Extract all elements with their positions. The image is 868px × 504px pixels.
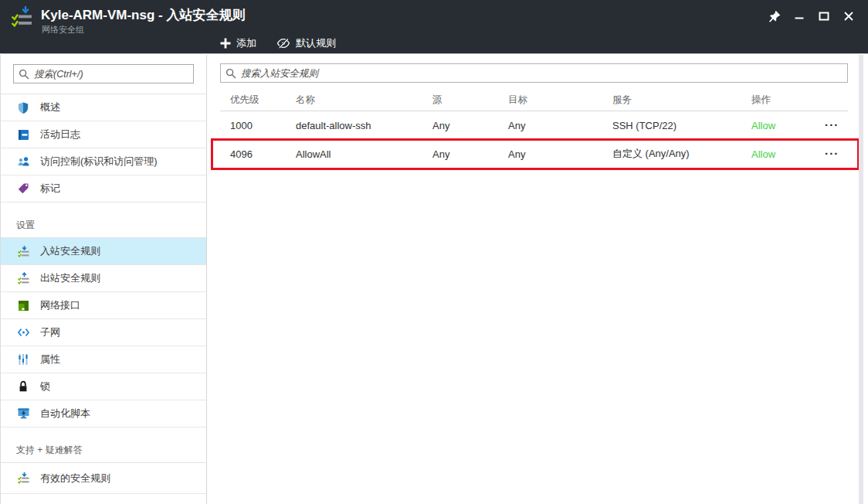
sidebar-item-label: 访问控制(标识和访问管理) (40, 155, 158, 169)
sidebar-item-inbound-rules[interactable]: 入站安全规则 (1, 238, 206, 265)
sidebar-item-label: 子网 (40, 325, 60, 339)
sidebar-search (13, 64, 194, 83)
sidebar-item-overview[interactable]: 概述 (1, 94, 206, 121)
rules-search-input[interactable] (241, 64, 846, 82)
col-header-priority: 优先级 (230, 94, 296, 107)
nic-icon (16, 299, 30, 312)
cell-service: SSH (TCP/22) (612, 120, 751, 131)
maximize-icon[interactable] (815, 8, 832, 25)
cell-name: AllowAll (296, 148, 432, 160)
sidebar-item-label: 自动化脚本 (40, 407, 90, 421)
sidebar-item-network-interfaces[interactable]: 网络接口 (1, 292, 206, 319)
nav-group-label: 设置 (1, 203, 206, 237)
cell-priority: 1000 (230, 120, 296, 131)
cell-name: default-allow-ssh (296, 120, 432, 131)
sidebar-item-label: 活动日志 (40, 128, 80, 141)
cell-destination: Any (508, 120, 612, 131)
rules-table: 优先级 名称 源 目标 服务 操作 1000 default-allow-ssh… (220, 89, 848, 169)
sidebar-item-label: 入站安全规则 (40, 244, 100, 258)
table-header-row: 优先级 名称 源 目标 服务 操作 (220, 89, 848, 111)
sidebar-item-automation-script[interactable]: 自动化脚本 (1, 400, 206, 427)
minimize-icon[interactable] (791, 8, 808, 25)
command-bar: 添加 默认规则 (220, 32, 336, 54)
plus-icon (220, 38, 231, 49)
default-rules-button[interactable]: 默认规则 (276, 36, 336, 50)
azure-nsg-blade-window: Kyle-ARM-VM-nsg - 入站安全规则 网络安全组 (0, 0, 868, 504)
cell-destination: Any (508, 148, 612, 160)
page-title: Kyle-ARM-VM-nsg - 入站安全规则 (41, 6, 245, 24)
sidebar-item-label: 网络接口 (40, 298, 80, 312)
rules-search (220, 63, 848, 83)
vertical-scrollbar[interactable] (859, 55, 863, 504)
col-header-destination: 目标 (508, 94, 612, 107)
sidebar-item-label: 标记 (40, 182, 60, 196)
inbound-rules-icon (16, 245, 30, 258)
nav-group-general: 概述 活动日志 (1, 94, 206, 203)
cell-service: 自定义 (Any/Any) (612, 147, 751, 161)
cell-priority: 4096 (230, 148, 296, 160)
search-icon (225, 68, 236, 79)
add-rule-label: 添加 (236, 36, 256, 50)
sidebar-item-label: 有效的安全规则 (40, 472, 110, 485)
shield-icon (16, 101, 30, 114)
sidebar-item-label: 概述 (40, 100, 60, 114)
close-icon[interactable] (840, 8, 857, 25)
cell-source: Any (432, 120, 508, 131)
col-header-source: 源 (432, 94, 508, 107)
sidebar-item-subnets[interactable]: 子网 (1, 319, 206, 346)
effective-rules-icon (16, 472, 30, 485)
nav-group-settings: 设置 入站安全规则 (1, 203, 206, 427)
sidebar-item-tags[interactable]: 标记 (1, 175, 206, 203)
table-row-highlighted[interactable]: 4096 AllowAll Any Any 自定义 (Any/Any) Allo… (220, 140, 848, 169)
lock-icon (16, 380, 30, 393)
col-header-service: 服务 (612, 94, 751, 107)
titlebar: Kyle-ARM-VM-nsg - 入站安全规则 网络安全组 (0, 0, 868, 54)
sidebar-item-outbound-rules[interactable]: 出站安全规则 (1, 265, 206, 292)
automation-script-icon (16, 407, 30, 421)
sidebar-item-label: 出站安全规则 (40, 271, 100, 285)
cell-action-allow: Allow (751, 120, 825, 131)
journal-icon (16, 128, 30, 141)
tag-icon (16, 182, 30, 196)
sidebar-item-properties[interactable]: 属性 (1, 346, 206, 373)
cell-source: Any (432, 148, 508, 160)
pin-icon[interactable] (766, 8, 783, 25)
properties-icon (16, 353, 30, 366)
eye-off-icon (276, 38, 290, 49)
window-controls (766, 8, 857, 25)
table-row[interactable]: 1000 default-allow-ssh Any Any SSH (TCP/… (220, 111, 848, 140)
inbound-rules-content: 优先级 名称 源 目标 服务 操作 1000 default-allow-ssh… (208, 55, 868, 504)
nav-group-support: 支持 + 疑难解答 有效的安全规则 (1, 427, 206, 494)
sidebar-item-label: 属性 (40, 352, 60, 366)
default-rules-label: 默认规则 (296, 36, 336, 50)
subnet-icon (16, 326, 30, 339)
people-icon (16, 155, 30, 169)
col-header-action: 操作 (751, 94, 825, 107)
nsg-inbound-rules-icon (9, 4, 37, 32)
add-rule-button[interactable]: 添加 (220, 36, 256, 50)
col-header-name: 名称 (296, 94, 432, 107)
sidebar-item-locks[interactable]: 锁 (1, 373, 206, 400)
sidebar-item-label: 锁 (40, 380, 50, 393)
row-context-menu-button[interactable]: ... (825, 118, 848, 126)
sidebar-item-effective-rules[interactable]: 有效的安全规则 (1, 463, 206, 494)
sidebar-search-input[interactable] (34, 65, 192, 83)
cell-action-allow: Allow (751, 148, 825, 160)
search-icon (19, 69, 29, 80)
sidebar-item-access-control[interactable]: 访问控制(标识和访问管理) (1, 148, 206, 175)
page-subtitle: 网络安全组 (42, 24, 84, 36)
sidebar-item-activity-log[interactable]: 活动日志 (1, 121, 206, 148)
nav-group-label: 支持 + 疑难解答 (1, 427, 206, 462)
resource-menu-sidebar: 概述 活动日志 (0, 55, 207, 504)
row-context-menu-button[interactable]: ... (825, 147, 848, 155)
outbound-rules-icon (16, 272, 30, 285)
